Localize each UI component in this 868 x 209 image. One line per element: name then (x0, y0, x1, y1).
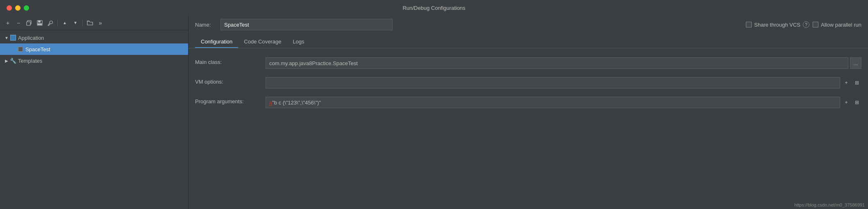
main-class-input[interactable] (266, 57, 848, 69)
main-class-row: Main class: ... (195, 53, 861, 73)
main-class-input-wrap: ... (266, 57, 861, 69)
vm-options-label: VM options: (195, 77, 261, 85)
add-config-button[interactable]: + (3, 18, 12, 27)
svg-rect-3 (38, 20, 41, 23)
folder-icon (87, 20, 93, 25)
share-vcs-label: Share through VCS (754, 22, 800, 28)
folder-button[interactable] (85, 18, 94, 27)
name-field-label: Name: (195, 22, 216, 28)
wrench-icon (48, 20, 53, 26)
spacetest-icon (17, 46, 24, 52)
program-args-label: Program arguments: (195, 97, 261, 104)
tab-logs[interactable]: Logs (287, 35, 310, 48)
window-title: Run/Debug Configurations (402, 5, 465, 11)
maximize-button[interactable] (24, 5, 29, 11)
program-arg-rest: "b c (\"123\",\"456\")" (272, 100, 321, 106)
tree-item-templates[interactable]: ▶ 🔧 Templates (0, 55, 188, 66)
vm-options-input-wrap: + ⊞ (266, 77, 861, 89)
program-args-row: Program arguments: a "b c (\"123\",\"456… (195, 93, 861, 112)
copy-config-button[interactable] (25, 18, 34, 27)
move-up-button[interactable]: ▲ (60, 18, 69, 27)
arrow-application: ▼ (3, 34, 10, 41)
save-config-button[interactable] (35, 18, 44, 27)
program-args-plus-button[interactable]: + (842, 98, 851, 107)
arrow-spacetest (13, 46, 17, 52)
vm-options-row: VM options: + ⊞ (195, 73, 861, 93)
title-bar: Run/Debug Configurations (0, 0, 868, 16)
save-icon (37, 20, 43, 26)
config-area: Main class: ... VM options: + ⊞ Program … (189, 48, 868, 209)
right-options: Share through VCS ? Allow parallel run (746, 21, 861, 28)
main-class-label: Main class: (195, 57, 261, 65)
more-button[interactable]: » (96, 18, 105, 27)
toolbar-separator-2 (82, 20, 83, 26)
main-class-browse-button[interactable]: ... (850, 57, 861, 69)
name-input[interactable] (220, 19, 393, 30)
allow-parallel-group[interactable]: Allow parallel run (813, 22, 861, 28)
application-label: Application (18, 35, 44, 41)
tab-code-coverage-label: Code Coverage (244, 39, 281, 45)
tree-item-application[interactable]: ▼ Application (0, 32, 188, 43)
toolbar-separator-1 (57, 20, 58, 26)
program-args-expand-button[interactable]: ⊞ (852, 98, 861, 107)
left-panel: + − ▲ ▼ (0, 16, 189, 209)
program-args-field[interactable]: a "b c (\"123\",\"456\")" (266, 97, 840, 108)
tree-area: ▼ Application SpaceTest ▶ 🔧 Templates (0, 30, 188, 209)
share-vcs-group[interactable]: Share through VCS ? (746, 21, 809, 28)
watermark: https://blog.csdn.net/m0_37586991 (794, 202, 865, 207)
help-icon[interactable]: ? (803, 21, 809, 28)
copy-icon (26, 20, 32, 26)
spacetest-label: SpaceTest (25, 46, 50, 52)
move-down-button[interactable]: ▼ (71, 18, 80, 27)
tree-item-spacetest[interactable]: SpaceTest (0, 43, 188, 55)
program-arg-a: a (269, 100, 272, 106)
allow-parallel-checkbox[interactable] (813, 22, 818, 27)
wrench-button[interactable] (46, 18, 55, 27)
svg-rect-1 (27, 22, 30, 25)
allow-parallel-label: Allow parallel run (821, 22, 861, 28)
name-row: Name: Share through VCS ? Allow parallel… (189, 16, 868, 34)
arrow-templates: ▶ (3, 57, 10, 64)
main-layout: + − ▲ ▼ (0, 16, 868, 209)
toolbar: + − ▲ ▼ (0, 16, 188, 30)
templates-icon: 🔧 (10, 57, 16, 64)
vm-options-input[interactable] (266, 77, 840, 89)
close-button[interactable] (7, 5, 12, 11)
minimize-button[interactable] (15, 5, 20, 11)
vm-options-expand-button[interactable]: ⊞ (852, 78, 861, 87)
application-icon (10, 34, 16, 41)
tab-configuration[interactable]: Configuration (195, 35, 238, 48)
vm-options-plus-button[interactable]: + (842, 78, 851, 87)
svg-rect-4 (38, 23, 42, 25)
share-vcs-checkbox[interactable] (746, 22, 752, 27)
templates-label: Templates (18, 58, 42, 64)
tab-logs-label: Logs (293, 39, 304, 45)
tabs-bar: Configuration Code Coverage Logs (189, 34, 868, 48)
window-controls (7, 5, 29, 11)
program-args-input-wrap: a "b c (\"123\",\"456\")" + ⊞ (266, 97, 861, 108)
tab-configuration-label: Configuration (201, 39, 232, 45)
right-panel: Name: Share through VCS ? Allow parallel… (189, 16, 868, 209)
remove-config-button[interactable]: − (14, 18, 23, 27)
tab-code-coverage[interactable]: Code Coverage (238, 35, 287, 48)
